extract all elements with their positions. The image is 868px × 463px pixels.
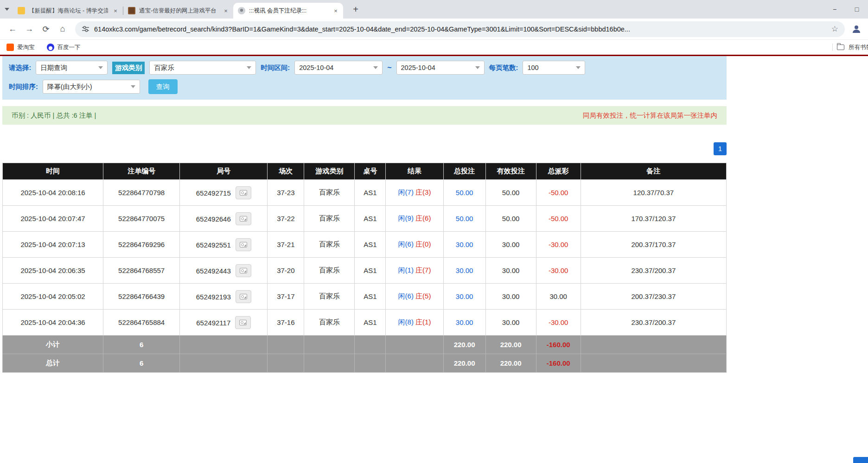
cell-total-bet[interactable]: 30.00 [443, 232, 485, 258]
game-screenshot-icon [240, 242, 247, 247]
bookmarks-bar: 爱淘宝 百度一下 所有书签 [0, 40, 868, 55]
game-category-select[interactable]: 百家乐 [149, 61, 256, 75]
profile-avatar-icon[interactable] [849, 22, 863, 36]
cell-total-bet[interactable]: 30.00 [443, 258, 485, 284]
footer-total-bet: 220.00 [443, 336, 485, 354]
cell-table-no: AS1 [355, 180, 386, 206]
cell-bet-id: 522864768557 [103, 258, 180, 284]
cell-session: 37-17 [268, 284, 304, 310]
tab-haiyan-forum[interactable]: 【新提醒】海燕论坛 - 博学交流 × [13, 3, 123, 19]
cell-valid-bet: 30.00 [485, 310, 536, 336]
result-banker: 庄(0) [415, 240, 431, 248]
sort-label: 时间排序: [9, 82, 38, 91]
sort-order-select[interactable]: 降幂(由大到小) [43, 80, 140, 94]
notice-text: 同局有效投注，统一计算在该局第一张注单内 [583, 111, 717, 120]
page-size-label: 每页笔数: [489, 63, 518, 72]
bookmark-baidu[interactable]: 百度一下 [47, 44, 81, 51]
footer-empty-cell [180, 336, 268, 354]
cell-result: 闲(6) 庄(0) [386, 232, 443, 258]
date-end-select[interactable]: 2025-10-04 [396, 61, 485, 75]
cell-game-type: 百家乐 [304, 206, 355, 232]
bet-table-body: 2025-10-04 20:08:16522864770798652492715… [3, 180, 727, 373]
cell-bet-id: 522864770075 [103, 206, 180, 232]
cell-payout: -50.00 [536, 206, 581, 232]
new-tab-button[interactable]: + [350, 4, 362, 15]
table-row: 2025-10-04 20:04:36522864765884652492117… [3, 310, 727, 336]
chevron-down-icon [131, 85, 135, 88]
tab-favicon-icon [128, 7, 135, 14]
range-separator: ~ [387, 63, 391, 72]
close-tab-icon[interactable]: × [222, 7, 230, 14]
bookmark-label: 百度一下 [57, 44, 81, 51]
footer-empty-cell [304, 336, 355, 354]
cell-session: 37-22 [268, 206, 304, 232]
header-bet-id: 注单编号 [103, 163, 180, 180]
back-button[interactable]: ← [5, 21, 20, 37]
bottom-pagination-fragment[interactable] [853, 457, 868, 463]
footer-total-bet: 220.00 [443, 354, 485, 373]
home-button[interactable]: ⌂ [55, 21, 70, 37]
tab-favicon-icon [18, 7, 25, 14]
forward-button[interactable]: → [21, 21, 37, 37]
view-game-result-button[interactable] [236, 186, 251, 199]
footer-payout: -160.00 [536, 336, 581, 354]
address-bar[interactable]: 614oxkc3.com/game/betrecord_search/kind3… [75, 21, 845, 37]
maximize-button[interactable]: □ [846, 0, 868, 19]
view-game-result-button[interactable] [235, 316, 251, 329]
cell-result: 闲(8) 庄(1) [386, 310, 443, 336]
bookmark-star-icon[interactable]: ☆ [831, 24, 838, 34]
result-banker: 庄(3) [415, 188, 431, 196]
search-button[interactable]: 查询 [148, 79, 178, 94]
result-banker: 庄(5) [415, 292, 431, 300]
reload-button[interactable]: ⟳ [38, 21, 54, 37]
result-player: 闲(9) [398, 214, 414, 222]
query-type-select[interactable]: 日期查询 [36, 61, 108, 75]
bookmark-aitaobao[interactable]: 爱淘宝 [6, 44, 35, 51]
cell-total-bet[interactable]: 30.00 [443, 284, 485, 310]
round-number: 652492646 [196, 215, 231, 222]
baidu-icon [47, 44, 54, 51]
close-tab-icon[interactable]: × [112, 7, 119, 14]
close-tab-icon[interactable]: × [332, 7, 339, 14]
view-game-result-button[interactable] [236, 238, 251, 251]
minimize-button[interactable]: − [823, 0, 846, 19]
all-bookmarks[interactable]: 所有书签 [832, 44, 868, 51]
tab-tongbao[interactable]: 通宝-信誉最好的网上游戏平台 × [123, 3, 233, 19]
cell-total-bet[interactable]: 50.00 [443, 206, 485, 232]
view-game-result-button[interactable] [236, 290, 251, 303]
result-player: 闲(8) [398, 318, 414, 326]
view-game-result-button[interactable] [236, 212, 251, 225]
footer-label: 小计 [3, 336, 103, 354]
result-player: 闲(6) [398, 240, 414, 248]
cell-session: 37-23 [268, 180, 304, 206]
header-table-no: 桌号 [355, 163, 386, 180]
result-banker: 庄(6) [415, 214, 431, 222]
date-start-select[interactable]: 2025-10-04 [294, 61, 383, 75]
cell-time: 2025-10-04 20:07:13 [3, 232, 103, 258]
cell-game-type: 百家乐 [304, 258, 355, 284]
cell-time: 2025-10-04 20:06:35 [3, 258, 103, 284]
cell-session: 37-16 [268, 310, 304, 336]
round-number: 652492117 [196, 318, 230, 326]
cell-time: 2025-10-04 20:08:16 [3, 180, 103, 206]
divider [832, 44, 833, 51]
select-value: 100 [527, 64, 572, 71]
header-time: 时间 [3, 163, 103, 180]
cell-total-bet[interactable]: 30.00 [443, 310, 485, 336]
page-1-button[interactable]: 1 [714, 142, 727, 155]
table-row: 2025-10-04 20:06:35522864768557652492443… [3, 258, 727, 284]
cell-total-bet[interactable]: 50.00 [443, 180, 485, 206]
url-text[interactable]: 614oxkc3.com/game/betrecord_search/kind3… [94, 25, 827, 33]
game-screenshot-icon [240, 268, 247, 273]
cell-time: 2025-10-04 20:07:47 [3, 206, 103, 232]
cell-note: 200.37/230.37 [581, 284, 726, 310]
tab-search-chevron-icon[interactable] [5, 8, 9, 11]
site-controls-icon[interactable] [82, 25, 89, 33]
page-size-select[interactable]: 100 [523, 61, 585, 75]
chevron-down-icon [247, 66, 251, 69]
cell-table-no: AS1 [355, 284, 386, 310]
cell-bet-id: 522864766439 [103, 284, 180, 310]
view-game-result-button[interactable] [236, 264, 251, 277]
header-total-bet: 总投注 [443, 163, 485, 180]
tab-bet-records[interactable]: :::视讯 会员下注纪录::: × [233, 3, 343, 19]
